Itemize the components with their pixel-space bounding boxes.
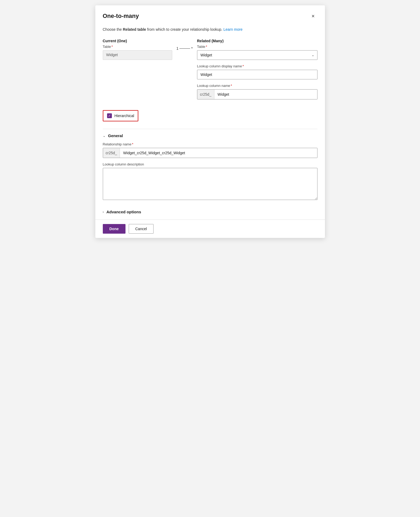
lookup-description-textarea[interactable] xyxy=(103,168,317,200)
related-column: Related (Many) Table* Widget ⌄ xyxy=(197,39,317,104)
dialog-footer: Done Cancel xyxy=(95,219,325,238)
current-column-label: Current (One) xyxy=(103,39,172,43)
lookup-description-label: Lookup column description xyxy=(103,162,317,166)
description-before: Choose the xyxy=(103,27,123,32)
general-section-label: General xyxy=(108,133,123,138)
checkmark-icon: ✓ xyxy=(108,114,111,117)
general-section-content: Relationship name* cr25d_ Lookup column … xyxy=(103,142,317,201)
current-required-star: * xyxy=(112,45,113,49)
current-table-input: Widget xyxy=(103,50,172,60)
dialog: One-to-many × Choose the Related table f… xyxy=(95,5,325,238)
related-table-label: Table* xyxy=(197,45,317,49)
chevron-right-icon: › xyxy=(103,210,104,214)
lookup-description-group: Lookup column description xyxy=(103,162,317,201)
connector-one: 1 xyxy=(176,46,179,51)
lookup-column-name-input[interactable] xyxy=(214,90,317,99)
description-after: from which to create your relationship l… xyxy=(146,27,223,32)
general-section-header[interactable]: ⌄ General xyxy=(103,133,317,138)
relationship-name-group: Relationship name* cr25d_ xyxy=(103,142,317,158)
lookup-column-name-group: Lookup column name* cr25d_ xyxy=(197,84,317,99)
dialog-title: One-to-many xyxy=(103,13,139,20)
current-table-label: Table* xyxy=(103,45,172,49)
learn-more-link[interactable]: Learn more xyxy=(223,27,243,32)
hierarchical-label: Hierarchical xyxy=(115,114,134,118)
hierarchical-container[interactable]: ✓ Hierarchical xyxy=(103,110,139,121)
lookup-column-required-star: * xyxy=(231,84,232,88)
lookup-display-name-input[interactable] xyxy=(197,70,317,79)
relationship-name-prefix: cr25d_ xyxy=(103,148,120,158)
relationship-name-input[interactable] xyxy=(120,148,317,158)
lookup-display-required-star: * xyxy=(242,64,244,68)
related-table-required-star: * xyxy=(206,45,207,49)
description-bold: Related table xyxy=(123,27,146,32)
lookup-display-name-group: Lookup column display name* xyxy=(197,64,317,79)
columns-row: Current (One) Table* Widget 1 * Related … xyxy=(103,39,317,104)
relationship-name-input-wrapper: cr25d_ xyxy=(103,148,317,158)
lookup-display-name-label: Lookup column display name* xyxy=(197,64,317,68)
chevron-down-icon: ⌄ xyxy=(103,134,105,138)
lookup-column-prefix: cr25d_ xyxy=(197,90,214,99)
spacer xyxy=(103,205,317,210)
connector-line xyxy=(179,48,190,49)
connector-many: * xyxy=(191,46,193,51)
related-table-select[interactable]: Widget xyxy=(197,50,317,60)
dialog-body: Choose the Related table from which to c… xyxy=(95,25,325,214)
cancel-button[interactable]: Cancel xyxy=(129,224,154,234)
advanced-section-label: Advanced options xyxy=(107,210,141,214)
dialog-header: One-to-many × xyxy=(95,5,325,25)
relationship-name-label: Relationship name* xyxy=(103,142,317,146)
lookup-column-name-label: Lookup column name* xyxy=(197,84,317,88)
connector: 1 * xyxy=(172,46,197,51)
done-button[interactable]: Done xyxy=(103,224,125,234)
advanced-section-header[interactable]: › Advanced options xyxy=(103,210,317,214)
relationship-name-required-star: * xyxy=(132,142,133,146)
hierarchical-checkbox[interactable]: ✓ xyxy=(107,113,112,118)
description-text: Choose the Related table from which to c… xyxy=(103,27,317,32)
related-table-group: Table* Widget ⌄ xyxy=(197,45,317,60)
general-divider xyxy=(103,129,317,129)
lookup-column-name-input-wrapper: cr25d_ xyxy=(197,89,317,99)
current-column: Current (One) Table* Widget xyxy=(103,39,172,60)
related-column-label: Related (Many) xyxy=(197,39,317,43)
close-button[interactable]: × xyxy=(309,12,317,20)
related-table-select-wrapper: Widget ⌄ xyxy=(197,50,317,60)
